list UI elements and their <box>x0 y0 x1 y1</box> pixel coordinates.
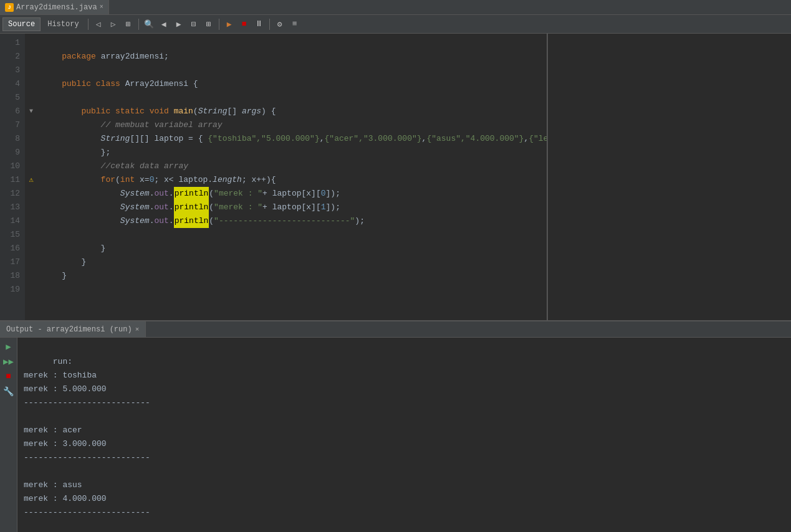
code-line-18: } <box>42 269 542 283</box>
close-14: ); <box>355 214 365 228</box>
out-line-1: merek : toshiba merek : 5.000.000 ------… <box>24 371 150 532</box>
out-line-run: run: <box>53 357 72 366</box>
ln-3: 3 <box>0 64 20 77</box>
string-type-8: String <box>42 132 130 146</box>
comma-2: , <box>422 132 427 146</box>
kw-class: class <box>91 77 120 91</box>
brace-18: } <box>42 269 67 283</box>
comma-3: , <box>524 132 529 146</box>
main-method: main <box>169 105 193 118</box>
println-14: println <box>174 214 209 228</box>
for-incr: ; x++){ <box>242 173 276 187</box>
output-side-buttons: ▶ ▶▶ ■ 🔧 <box>0 338 17 532</box>
ln-10: 10 <box>0 159 20 173</box>
kw-int: int <box>120 173 135 187</box>
plus-13: + laptop[x][ <box>262 201 321 214</box>
code-line-14: System . out . println ( "--------------… <box>42 214 542 228</box>
closing-9: }; <box>42 146 110 159</box>
for-var: x= <box>135 173 149 187</box>
stop-output-btn[interactable]: ■ <box>2 370 15 382</box>
run-again-btn[interactable]: ▶ <box>2 340 15 353</box>
ln-6: 6 <box>0 105 20 118</box>
code-line-16: } <box>42 242 542 255</box>
ln-14: 14 <box>0 214 20 228</box>
system-13: System <box>42 201 150 214</box>
toolbar-separator-1 <box>88 19 89 30</box>
brace-open: { <box>193 77 198 91</box>
ln-11: 11 <box>0 173 20 187</box>
code-line-8: String [][] laptop = { {"toshiba","5.000… <box>42 132 542 146</box>
line-numbers: 1 2 3 4 5 6 7 8 9 10 11 12 13 14 15 16 1… <box>0 34 25 320</box>
toolbar-separator-4 <box>269 19 270 30</box>
file-tab[interactable]: J Array2dimensi.java × <box>0 0 109 14</box>
source-tab[interactable]: Source <box>2 17 41 31</box>
code-line-9: }; <box>42 146 542 159</box>
gutter-3 <box>25 64 37 77</box>
str-toshiba: {"toshiba","5.000.000"} <box>208 132 319 146</box>
gutter-18 <box>25 269 37 283</box>
output-tab-close[interactable]: × <box>135 326 140 333</box>
back-btn[interactable]: ◁ <box>92 17 105 31</box>
toolbar-separator-3 <box>219 19 219 30</box>
close-12: ]); <box>326 187 340 201</box>
stop-btn[interactable]: ■ <box>237 17 251 31</box>
brace-16: } <box>42 242 105 255</box>
ln-9: 9 <box>0 146 20 159</box>
dot-14b: . <box>169 214 174 228</box>
output-tab-bar: Output - array2dimensi (run) × <box>0 321 791 338</box>
code-editor[interactable]: package array2dimensi; public class Arra… <box>37 34 547 320</box>
ln-4: 4 <box>0 77 20 91</box>
out-14: out <box>154 214 168 228</box>
str-asus: {"asus","4.000.000"} <box>426 132 524 146</box>
toggle-btn[interactable]: ⊞ <box>122 17 135 31</box>
gutter-10 <box>25 159 37 173</box>
code-line-11: for ( int x= 0 ; x< laptop. length ; x++… <box>42 173 542 187</box>
code-line-19 <box>42 283 542 297</box>
system-14: System <box>42 214 150 228</box>
clear-btn[interactable]: 🔧 <box>2 385 15 397</box>
ln-5: 5 <box>0 91 20 105</box>
kw-public-4: public <box>42 77 91 91</box>
code-line-10: //cetak data array <box>42 159 542 173</box>
for-semi: ; x< laptop. <box>154 173 213 187</box>
dot-14a: . <box>150 214 155 228</box>
pause-btn[interactable]: ⏸ <box>252 17 266 31</box>
tab-close-button[interactable]: × <box>100 4 103 11</box>
gutter-7 <box>25 118 37 132</box>
println-13: println <box>174 201 209 214</box>
more-btn[interactable]: ≡ <box>288 17 302 31</box>
gutter-13 <box>25 201 37 214</box>
gutter-6[interactable]: ▼ <box>25 105 37 118</box>
gutter-9 <box>25 146 37 159</box>
str-acer: {"acer","3.000.000"} <box>325 132 422 146</box>
output-tab-label: Output - array2dimensi (run) <box>6 325 132 334</box>
warning-icon-11: ⚠ <box>29 173 33 187</box>
out-12: out <box>154 187 168 201</box>
gutter-19 <box>25 283 37 297</box>
forward-btn[interactable]: ▷ <box>107 17 120 31</box>
expand-btn[interactable]: ⊟ <box>187 17 201 31</box>
classname: Array2dimensi <box>120 77 193 91</box>
close-13: ]); <box>326 201 340 214</box>
num-0: 0 <box>150 173 155 187</box>
ln-15: 15 <box>0 228 20 242</box>
gutter-11[interactable]: ⚠ <box>25 173 37 187</box>
output-tab[interactable]: Output - array2dimensi (run) × <box>0 321 146 337</box>
code-line-7: // membuat variabel array <box>42 118 542 132</box>
history-tab[interactable]: History <box>42 17 84 31</box>
code-line-2: package array2dimensi; <box>42 50 542 64</box>
run-step-btn[interactable]: ▶▶ <box>2 355 15 368</box>
collapse-btn[interactable]: ⊞ <box>202 17 216 31</box>
paren-14: ( <box>209 214 214 228</box>
prev-btn[interactable]: ◀ <box>157 17 171 31</box>
ln-19: 19 <box>0 283 20 297</box>
search-btn[interactable]: 🔍 <box>142 17 156 31</box>
config-btn[interactable]: ⚙ <box>273 17 287 31</box>
fold-icon-6[interactable]: ▼ <box>29 105 33 118</box>
code-line-6: public static void main ( String [] args… <box>42 105 542 118</box>
dot-12b: . <box>169 187 174 201</box>
tab-filename: Array2dimensi.java <box>16 3 97 12</box>
run-btn[interactable]: ▶ <box>223 17 236 31</box>
next-btn[interactable]: ▶ <box>172 17 186 31</box>
str-lenovo: {"lenovo","1.500.000"} <box>529 132 547 146</box>
